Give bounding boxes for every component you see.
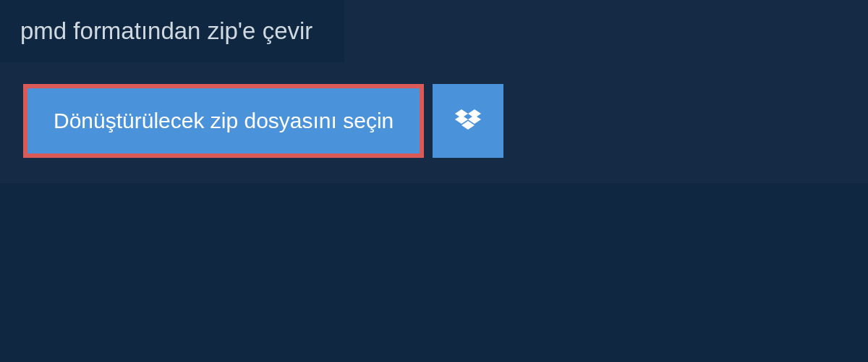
dropbox-icon <box>455 109 481 132</box>
page-title: pmd formatından zip'e çevir <box>20 17 312 44</box>
button-row: Dönüştürülecek zip dosyasını seçin <box>23 84 868 158</box>
title-bar: pmd formatından zip'e çevir <box>0 0 344 62</box>
dropbox-button[interactable] <box>433 84 503 158</box>
file-select-button[interactable]: Dönüştürülecek zip dosyasını seçin <box>23 84 424 158</box>
converter-panel: pmd formatından zip'e çevir Dönüştürülec… <box>0 0 868 183</box>
file-select-label: Dönüştürülecek zip dosyasını seçin <box>54 109 393 133</box>
